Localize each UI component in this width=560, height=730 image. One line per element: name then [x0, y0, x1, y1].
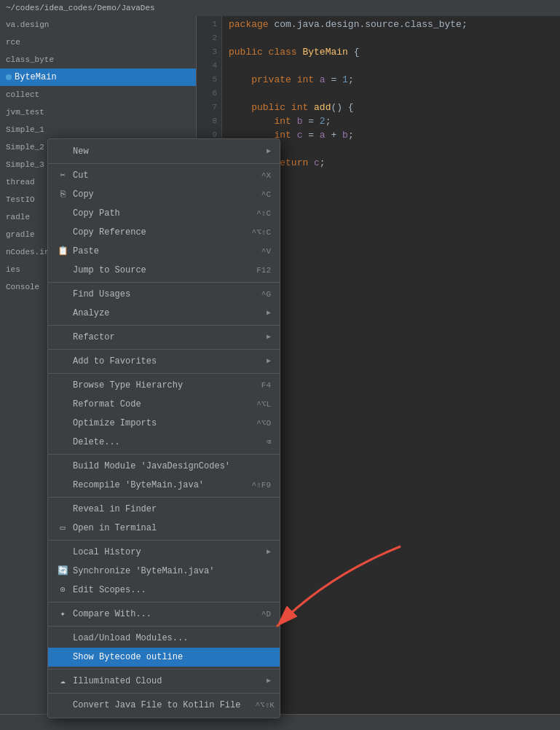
menu-item-build-module[interactable]: Build Module 'JavaDesignCodes': [48, 457, 280, 476]
menu-label-find-usages: Find Usages: [57, 287, 130, 302]
menu-item-delete[interactable]: Delete... ⌫: [48, 433, 280, 452]
menu-item-load-unload[interactable]: Load/Unload Modules...: [48, 629, 280, 648]
code-line-4: [229, 59, 554, 73]
line-num-2: 2: [197, 31, 221, 45]
menu-item-jump-to-source[interactable]: Jump to Source F12: [48, 261, 280, 280]
sidebar-item-bytemain[interactable]: ByteMain: [0, 68, 196, 86]
menu-item-browse-type-hierarchy[interactable]: Browse Type Hierarchy F4: [48, 376, 280, 395]
sidebar-item-va-design[interactable]: va.design: [0, 16, 196, 34]
menu-label-load-unload: Load/Unload Modules...: [57, 631, 188, 645]
sidebar-item-simple-1[interactable]: Simple_1: [0, 121, 196, 138]
terminal-icon: ▭: [57, 521, 68, 535]
sidebar-item-rce[interactable]: rce: [0, 34, 196, 51]
sidebar-label: radle: [6, 213, 30, 221]
code-line-8: int b = 2;: [229, 114, 554, 128]
shortcut-compare-with: ^D: [261, 607, 271, 621]
sidebar-item-collect[interactable]: collect: [0, 86, 196, 103]
menu-label-copy-reference: Copy Reference: [57, 225, 146, 240]
menu-item-reveal-in-finder[interactable]: Reveal in Finder: [48, 500, 280, 519]
submenu-arrow-illuminated-cloud: ▶: [267, 674, 271, 688]
menu-item-label: Synchronize 'ByteMain.java': [73, 564, 214, 578]
menu-item-copy[interactable]: ⎘ Copy ^C: [48, 185, 280, 204]
menu-item-edit-scopes[interactable]: ⊙ Edit Scopes...: [48, 581, 280, 600]
menu-label-cut: ✂ Cut: [57, 168, 89, 183]
line-num-7: 7: [197, 101, 221, 114]
shortcut-cut: ^X: [261, 168, 271, 183]
paste-icon: 📋: [57, 244, 68, 259]
code-line-6: [229, 87, 554, 101]
menu-item-copy-path[interactable]: Copy Path ^⇧C: [48, 204, 280, 223]
menu-item-compare-with[interactable]: ✦ Compare With... ^D: [48, 605, 280, 624]
shortcut-reformat-code: ^⌥L: [256, 397, 271, 412]
menu-label-jump-to-source: Jump to Source: [57, 263, 146, 278]
cut-icon: ✂: [57, 168, 68, 183]
menu-item-show-bytecode[interactable]: Show Bytecode outline: [48, 648, 280, 667]
menu-item-label: Add to Favorites: [73, 354, 157, 369]
separator-3: [48, 325, 280, 326]
menu-item-label: Paste: [73, 244, 99, 259]
line-num-4: 4: [197, 59, 221, 73]
separator-9: [48, 602, 280, 603]
line-num-3: 3: [197, 45, 221, 59]
separator-2: [48, 282, 280, 283]
menu-label-paste: 📋 Paste: [57, 244, 99, 259]
menu-item-refactor[interactable]: Refactor ▶: [48, 328, 280, 347]
menu-item-illuminated-cloud[interactable]: ☁ Illuminated Cloud ▶: [48, 672, 280, 691]
sidebar-label: jvm_test: [6, 108, 44, 117]
menu-item-label: Reveal in Finder: [73, 502, 157, 517]
menu-item-recompile[interactable]: Recompile 'ByteMain.java' ^⇧F9: [48, 476, 280, 495]
menu-item-synchronize[interactable]: 🔄 Synchronize 'ByteMain.java': [48, 562, 280, 581]
menu-item-label: Convert Java File to Kotlin File: [73, 698, 240, 713]
code-line-1: package com.java.design.source.class_byt…: [229, 17, 554, 31]
menu-item-cut[interactable]: ✂ Cut ^X: [48, 166, 280, 185]
menu-label-build-module: Build Module 'JavaDesignCodes': [57, 459, 230, 474]
sidebar-label: Simple_1: [6, 125, 44, 134]
menu-label-reveal-in-finder: Reveal in Finder: [57, 502, 157, 517]
sidebar-label: Console: [6, 283, 39, 291]
menu-item-local-history[interactable]: Local History ▶: [48, 543, 280, 562]
menu-item-new[interactable]: New ▶: [48, 142, 280, 161]
menu-label-illuminated-cloud: ☁ Illuminated Cloud: [57, 674, 162, 688]
sidebar-label: ByteMain: [15, 70, 57, 85]
menu-item-paste[interactable]: 📋 Paste ^V: [48, 242, 280, 261]
menu-item-analyze[interactable]: Analyze ▶: [48, 304, 280, 323]
menu-item-label: Build Module 'JavaDesignCodes': [73, 459, 230, 474]
shortcut-convert-kotlin: ^⌥⇧K: [255, 698, 274, 713]
menu-label-synchronize: 🔄 Synchronize 'ByteMain.java': [57, 564, 214, 578]
menu-item-label: Illuminated Cloud: [73, 674, 162, 688]
menu-item-label: Cut: [73, 168, 89, 183]
cloud-icon: ☁: [57, 674, 68, 688]
sidebar-label: thread: [6, 178, 35, 187]
menu-item-optimize-imports[interactable]: Optimize Imports ^⌥O: [48, 414, 280, 433]
line-num-8: 8: [197, 114, 221, 128]
shortcut-paste: ^V: [261, 244, 271, 259]
menu-label-open-in-terminal: ▭ Open in Terminal: [57, 521, 157, 535]
menu-label-analyze: Analyze: [57, 306, 109, 321]
menu-item-label: Open in Terminal: [73, 521, 157, 535]
context-menu: New ▶ ✂ Cut ^X ⎘ Copy ^C Copy Path ^⇧C C…: [47, 138, 280, 718]
menu-item-label: Delete...: [73, 435, 120, 450]
sidebar-item-jvm-test[interactable]: jvm_test: [0, 103, 196, 121]
sidebar-item-class-byte[interactable]: class_byte: [0, 51, 196, 68]
code-line-7: public int add() {: [229, 101, 554, 114]
menu-item-copy-reference[interactable]: Copy Reference ^⌥⇧C: [48, 223, 280, 242]
submenu-arrow-analyze: ▶: [267, 306, 271, 321]
menu-item-reformat-code[interactable]: Reformat Code ^⌥L: [48, 395, 280, 414]
code-line-3: public class ByteMain {: [229, 45, 554, 59]
separator-8: [48, 540, 280, 541]
separator-5: [48, 373, 280, 374]
menu-item-add-to-favorites[interactable]: Add to Favorites ▶: [48, 352, 280, 371]
copy-icon: ⎘: [57, 187, 68, 202]
menu-label-add-to-favorites: Add to Favorites: [57, 354, 157, 369]
menu-item-find-usages[interactable]: Find Usages ^G: [48, 285, 280, 304]
submenu-arrow-local-history: ▶: [267, 545, 271, 560]
code-line-5: private int a = 1;: [229, 73, 554, 87]
title-bar-text: ~/codes/idea_codes/Demo/JavaDes: [6, 4, 155, 12]
scopes-icon: ⊙: [57, 583, 68, 597]
menu-label-local-history: Local History: [57, 545, 141, 560]
menu-item-label: Copy Reference: [73, 225, 146, 240]
menu-item-open-in-terminal[interactable]: ▭ Open in Terminal: [48, 519, 280, 538]
sidebar-label: ies: [6, 265, 20, 274]
menu-item-label: Reformat Code: [73, 397, 141, 412]
menu-item-convert-kotlin[interactable]: Convert Java File to Kotlin File ^⌥⇧K: [48, 696, 280, 715]
